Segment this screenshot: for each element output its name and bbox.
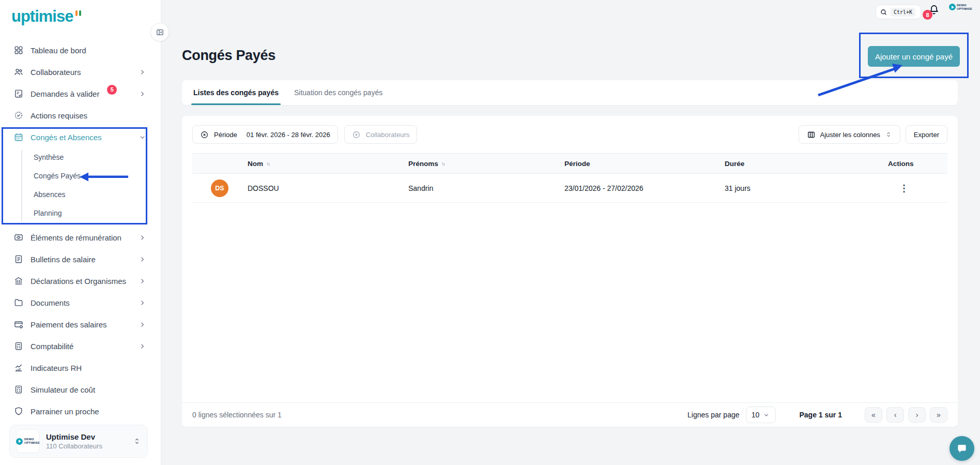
collaborators-filter-label: Collaborateurs [366,131,410,139]
sidebar-item-declarations-et-organismes[interactable]: Déclarations et Organismes [0,270,161,292]
tab-situation-des-conges-payes[interactable]: Situation des congés payés [294,80,382,105]
sidebar-item-documents[interactable]: Documents [0,292,161,313]
chevron-right-icon [139,68,146,76]
table-header-row: Nom↑↓ Prénoms↑↓ Période Durée Actions [192,153,947,174]
sidebar-item-indicateurs-rh[interactable]: Indicateurs RH [0,357,161,379]
period-filter-chip[interactable]: Période 01 févr. 2026 - 28 févr. 2026 [192,125,338,144]
chevron-updown-icon [133,437,141,445]
clipboard-check-icon [13,88,24,99]
sidebar-item-label: Déclarations et Organismes [30,277,126,286]
rows-per-page-value: 10 [752,411,760,419]
sidebar-collapse-button[interactable] [150,23,169,41]
sidebar-item-label: Tableau de bord [30,46,86,55]
panel-collapse-icon [156,28,164,37]
chart-icon [13,363,24,373]
paid-leave-card: Période 01 févr. 2026 - 28 févr. 2026 Co… [182,116,958,427]
submenu-item-synthese[interactable]: Synthèse [0,148,161,167]
filter-toolbar: Période 01 févr. 2026 - 28 févr. 2026 Co… [192,125,947,144]
search-shortcut-kbd: Ctrl+K [891,8,915,17]
calculator-icon [13,384,24,395]
sidebar-item-comptabilite[interactable]: Comptabilité [0,335,161,357]
export-button[interactable]: Exporter [906,125,947,144]
org-logo-line2: UPTIMISE [24,441,40,445]
sidebar-item-label: Parrainer un proche [30,407,99,416]
submenu-item-absences[interactable]: Absences [0,185,161,204]
pending-count-badge: 5 [107,85,117,95]
sidebar-item-conges-et-absences[interactable]: Congés et Absences [0,126,161,148]
notifications-button[interactable]: 8 [928,4,943,21]
sidebar-item-actions-requises[interactable]: Actions requises [0,104,161,126]
sidebar-item-tableau-de-bord[interactable]: Tableau de bord [0,39,161,61]
sidebar-item-label: Indicateurs RH [30,364,82,372]
adjust-columns-button[interactable]: Ajuster les colonnes [799,125,900,144]
sidebar-item-label: Demandes à valider [30,89,99,98]
adjust-columns-label: Ajuster les colonnes [820,131,880,139]
users-icon [13,67,24,77]
global-search-button[interactable]: Ctrl+K [876,5,921,19]
sidebar-item-label: Éléments de rémunération [30,233,121,242]
organization-switcher[interactable]: DEMO UPTIMISE Uptimise Dev 110 Collabora… [9,425,148,458]
org-logo-line1: DEMO [24,438,40,441]
payslip-icon [13,254,24,264]
chevron-right-icon [139,90,146,98]
first-page-button[interactable]: « [865,407,882,423]
avatar-logo-line1: DEMO [957,4,972,7]
chevron-right-icon [139,342,146,350]
page-indicator: Page 1 sur 1 [800,411,843,419]
collaborators-filter-chip[interactable]: Collaborateurs [344,125,418,144]
sidebar-item-bulletins-de-salaire[interactable]: Bulletins de salaire [0,248,161,270]
sidebar-item-simulateur-de-cout[interactable]: Simulateur de coût [0,379,161,400]
sidebar-item-paiement-des-salaires[interactable]: Paiement des salaires [0,313,161,335]
sidebar-item-label: Bulletins de salaire [30,255,96,264]
rows-per-page-label: Lignes par page [687,411,739,419]
table-row[interactable]: DS DOSSOU Sandrin 23/01/2026 - 27/02/202… [192,174,947,203]
chevron-down-icon [139,133,146,141]
circle-x-icon[interactable] [200,130,209,139]
sort-icon[interactable]: ↑↓ [441,161,445,167]
chevron-right-icon [139,299,146,307]
logo-wordmark: uptimise [11,8,73,24]
row-actions-kebab-icon[interactable]: ⋮ [896,183,912,193]
next-page-button[interactable]: › [908,407,926,423]
chevron-updown-icon [885,131,892,138]
grid-icon [13,45,24,55]
rows-per-page-select[interactable]: 10 [746,407,776,423]
add-paid-leave-button[interactable]: Ajouter un congé payé [868,46,960,67]
seal-check-icon [13,110,24,121]
tab-listes-des-conges-payes[interactable]: Listes des congés payés [193,80,279,105]
search-icon [880,8,887,16]
uptimise-logo[interactable]: uptimise [0,0,161,24]
submenu-item-conges-payes[interactable]: Congés Payés [0,167,161,185]
last-page-button[interactable]: » [930,407,947,423]
previous-page-button[interactable]: ‹ [886,407,904,423]
sidebar: uptimise Tableau de bord Collaborateurs … [0,0,161,465]
avatar-logo-line2: UPTIMISE [957,7,972,11]
chevron-right-icon [139,321,146,328]
sidebar-item-collaborateurs[interactable]: Collaborateurs [0,61,161,83]
user-avatar[interactable]: DEMO UPTIMISE [949,4,972,10]
cell-periode: 23/01/2026 - 27/02/2026 [564,184,725,192]
avatar: DS [211,179,228,197]
banknote-icon [13,232,24,243]
sidebar-item-demandes-a-valider[interactable]: Demandes à valider 5 [0,83,161,104]
uptimise-mark-icon [949,4,956,10]
chevron-right-icon [139,234,146,242]
sort-icon[interactable]: ↑↓ [266,161,269,167]
sidebar-item-label: Collaborateurs [30,68,81,77]
chevron-down-icon [763,412,770,418]
columns-icon [807,130,816,139]
sidebar-item-label: Actions requises [30,111,87,120]
page-title: Congés Payés [182,48,275,64]
sidebar-item-label: Paiement des salaires [30,320,107,329]
submenu-guide-line [21,150,22,221]
folder-icon [13,297,24,308]
column-header-actions: Actions [888,160,914,168]
chat-launcher-button[interactable] [950,436,974,461]
calculator-icon [13,341,24,351]
sidebar-item-elements-de-remuneration[interactable]: Éléments de rémunération [0,227,161,248]
sidebar-item-parrainer-un-proche[interactable]: Parrainer un proche [0,400,161,422]
sidebar-nav: Tableau de bord Collaborateurs Demandes … [0,39,161,422]
chat-bubble-icon [956,442,968,455]
submenu-item-planning[interactable]: Planning [0,204,161,222]
cell-nom: DOSSOU [248,184,408,192]
